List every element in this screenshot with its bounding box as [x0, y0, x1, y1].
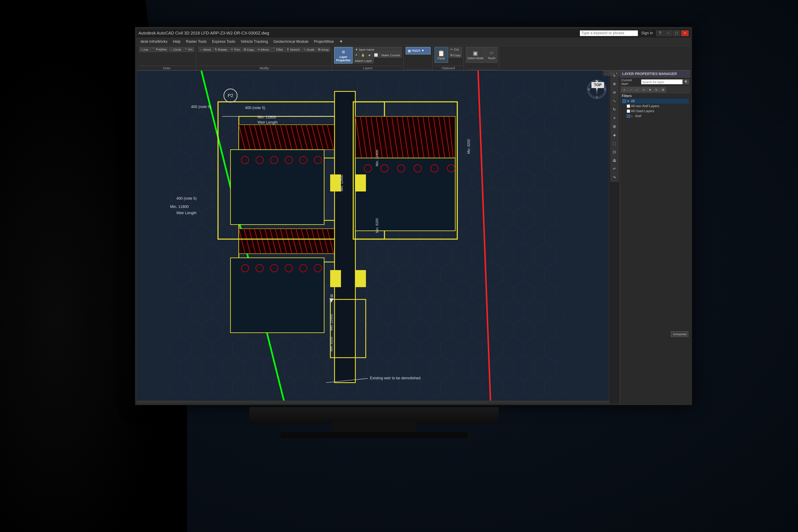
canvas-minimize-btn[interactable]: − [604, 71, 609, 76]
mirror-button[interactable]: ⇔ Mirror [256, 47, 271, 52]
layer-search-button[interactable]: 🔍 [684, 79, 689, 84]
layer-icon-3[interactable]: ◈ [367, 53, 372, 58]
title-bar: Autodesk AutoCAD Civil 3D 2018 LFD-ARP-Z… [137, 28, 690, 38]
window-title: Autodesk AutoCAD Civil 3D 2018 LFD-ARP-Z… [138, 31, 578, 36]
stretch-button[interactable]: ⇕ Stretch [285, 47, 301, 52]
move-button[interactable]: ↔ Move [198, 47, 212, 52]
svg-rect-407 [230, 258, 324, 332]
svg-rect-415 [355, 175, 366, 191]
layer-used-item[interactable]: All Used Layers [622, 109, 689, 114]
layer-non-xref-checkbox[interactable] [627, 104, 630, 108]
match-layer-button[interactable]: Match Layer [353, 58, 374, 63]
layer-xref-checkbox[interactable] [627, 114, 630, 118]
draw-top-row: / Line ⌒ Polyline [139, 47, 168, 52]
scale-button[interactable]: ⤡ Scale [302, 47, 316, 52]
keyword-search-input[interactable] [580, 30, 638, 36]
close-button[interactable]: × [681, 30, 689, 36]
rotate-button[interactable]: ↻ Rotate [213, 47, 228, 52]
tool-zoom-extent[interactable]: ⤡ [611, 97, 618, 105]
svg-text:Min. 12400: Min. 12400 [329, 314, 333, 330]
copy-clipboard-button[interactable]: ⧉ Copy [449, 53, 462, 58]
tool-measure[interactable]: ⊞ [611, 122, 618, 130]
layer-dropdown[interactable]: ▼ layer name [353, 47, 402, 52]
settings-btn[interactable]: ⚙ [660, 87, 666, 92]
layer-icon-2[interactable]: 🔒 [359, 53, 366, 58]
tool-undo[interactable]: ↶ [611, 165, 618, 173]
layer-xref-label: Xref [635, 114, 641, 118]
layer-filter-btn[interactable]: ▼ [647, 87, 653, 92]
cad-canvas[interactable]: − □ × N S W E TOP [137, 71, 620, 403]
tool-properties[interactable]: ≡ [611, 114, 618, 122]
new-layer-btn[interactable]: + [621, 87, 627, 92]
arc-button[interactable]: ◠ Arc [183, 47, 194, 52]
modify-group: ↔ Move ↻ Rotate ✂ Trim ⧉ Copy ⇔ Mirror ⌒… [197, 46, 332, 70]
menu-help[interactable]: Help [170, 39, 183, 45]
layer-all-item[interactable]: ▼ All [622, 99, 689, 104]
minimize-button[interactable]: − [665, 30, 672, 36]
tool-layer[interactable]: ⬚ [611, 139, 618, 148]
paste-button[interactable]: 📋 Paste [434, 47, 448, 63]
canvas-close-btn[interactable]: × [614, 71, 619, 76]
cut-button[interactable]: ✂ Cut [449, 47, 462, 52]
layer-icon-1[interactable]: ☀ [353, 53, 359, 58]
menu-projectwise[interactable]: ProjectWise [311, 39, 336, 45]
select-label-spacer [466, 69, 497, 70]
monitor-stand-base [281, 432, 468, 438]
menu-vehicle-tracking[interactable]: Vehicle Tracking [238, 39, 271, 45]
copy-button[interactable]: ⧉ Copy [242, 47, 255, 52]
layer-all-checkbox[interactable] [623, 99, 626, 103]
circle-button[interactable]: ○ Circle [169, 47, 183, 52]
tool-snap[interactable]: ◈ [611, 131, 618, 139]
layer-panel-toolbar: + − ✓ ≡ ▼ ↻ ⚙ [620, 87, 690, 93]
help-button[interactable]: ? [656, 30, 664, 36]
set-current-btn[interactable]: ✓ [634, 87, 640, 92]
delete-layer-btn[interactable]: − [628, 87, 634, 92]
unnamed-tooltip: Unnamed [671, 331, 688, 337]
modify-bot2-row: ⇕ Stretch ⤡ Scale ⊞ Array [285, 47, 330, 52]
fillet-button[interactable]: ⌒ Fillet [271, 47, 284, 52]
tool-plot[interactable]: 🖶 [611, 157, 618, 165]
tool-zoom-out[interactable]: ⊖ [611, 89, 618, 96]
canvas-restore-btn[interactable]: □ [609, 71, 614, 76]
tool-redo[interactable]: ↷ [611, 174, 618, 182]
layer-non-xref-item[interactable]: All non-Xref Layers [622, 104, 689, 109]
layer-properties-button[interactable]: ≡ LayerProperties [334, 47, 353, 63]
menu-geotechnical[interactable]: Geotechnical Module [271, 39, 311, 45]
layer-xref-item[interactable]: ▷ Xref [622, 114, 689, 119]
touch-button[interactable]: ☞ Touch [486, 47, 497, 63]
menu-more[interactable]: ▼ [337, 39, 346, 45]
polyline-button[interactable]: ⌒ Polyline [150, 47, 168, 52]
svg-text:P2: P2 [228, 93, 234, 98]
menu-raster-tools[interactable]: Raster Tools [184, 39, 209, 45]
layer-used-checkbox[interactable] [627, 110, 630, 113]
layers-label[interactable]: Layers [334, 65, 402, 70]
layer-state-btn[interactable]: ≡ [641, 87, 647, 92]
svg-rect-417 [355, 270, 366, 287]
tool-xref[interactable]: ⊡ [611, 148, 618, 156]
hatch-label-spacer [406, 69, 431, 70]
tool-orbit[interactable]: ↻ [611, 106, 618, 113]
layer-icon-4[interactable]: ⬜ [373, 53, 379, 58]
select-mode-button[interactable]: ▣ Select Mode [466, 47, 485, 63]
svg-text:S: S [596, 95, 598, 99]
tool-zoom-in[interactable]: ⊕ [611, 80, 618, 88]
make-current-button[interactable]: Make Current [380, 53, 402, 58]
monitor-stand-top [249, 407, 499, 424]
hatch-dropdown[interactable]: ▦ Hatch ▼ [406, 47, 431, 54]
modify-label[interactable]: Modify [198, 65, 330, 70]
array-button[interactable]: ⊞ Array [316, 47, 330, 52]
xref-tree-arrow: ▷ [631, 114, 634, 118]
svg-text:400 (note 5): 400 (note 5) [245, 106, 265, 110]
line-button[interactable]: / Line [139, 47, 150, 52]
ribbon-toolbar: / Line ⌒ Polyline ○ Circle ◠ Arc Draw ↔ … [137, 46, 690, 71]
layer-search-input[interactable] [641, 79, 683, 84]
restore-button[interactable]: □ [673, 30, 680, 36]
sign-in-button[interactable]: Sign In [639, 31, 655, 35]
menu-infraworks[interactable]: desk InfraWorks [138, 39, 170, 45]
menu-express-tools[interactable]: Express Tools [209, 39, 238, 45]
draw-label[interactable]: Draw [139, 65, 194, 70]
trim-button[interactable]: ✂ Trim [229, 47, 241, 52]
horizontal-scrollbar[interactable] [137, 400, 617, 403]
sidebar-tools-panel: ✥ ⊕ ⊖ ⤡ ↻ ≡ ⊞ ◈ ⬚ ⊡ 🖶 ↶ ↷ [609, 71, 620, 403]
refresh-btn[interactable]: ↻ [653, 87, 660, 92]
